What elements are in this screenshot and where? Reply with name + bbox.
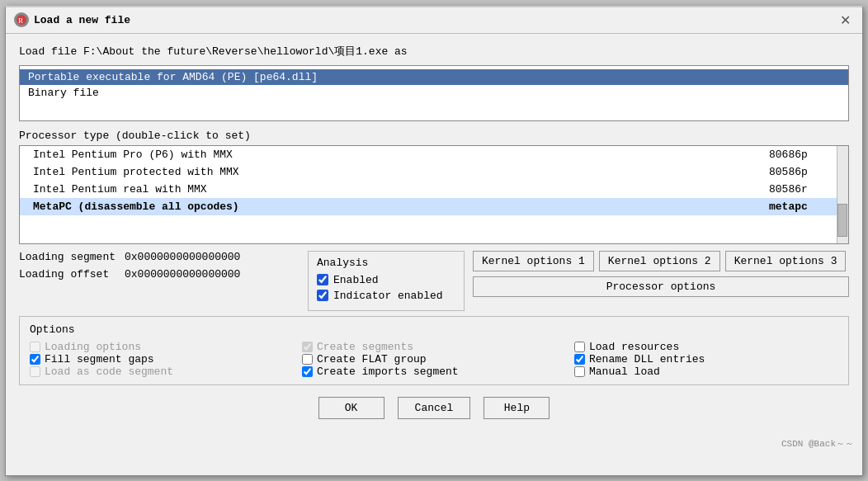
option-fill-segment-gaps-checkbox[interactable] — [30, 354, 40, 365]
options-grid: Loading options Fill segment gaps Load a… — [30, 341, 838, 378]
option-fill-segment-gaps: Fill segment gaps — [30, 353, 294, 365]
options-title: Options — [30, 323, 838, 336]
proc-name-1: Intel Pentium protected with MMX — [33, 166, 769, 178]
option-rename-dll: Rename DLL entries — [574, 353, 838, 365]
cancel-button[interactable]: Cancel — [398, 397, 471, 419]
option-create-imports-checkbox[interactable] — [302, 366, 313, 377]
analysis-title: Analysis — [317, 257, 455, 269]
analysis-indicator-row: Indicator enabled — [317, 290, 455, 302]
analysis-enabled-row: Enabled — [317, 274, 455, 286]
loading-segment-row: Loading segment 0x0000000000000000 — [19, 251, 300, 263]
loading-offset-row: Loading offset 0x0000000000000000 — [19, 268, 300, 281]
proc-row-0[interactable]: Intel Pentium Pro (P6) with MMX 80686p — [20, 146, 848, 163]
option-loading-options-label: Loading options — [45, 341, 141, 353]
analysis-indicator-checkbox[interactable] — [317, 290, 328, 301]
proc-row-3[interactable]: MetaPC (disassemble all opcodes) metapc — [20, 198, 848, 215]
right-col: Kernel options 1 Kernel options 2 Kernel… — [473, 251, 849, 311]
options-col3: Load resources Rename DLL entries Manual… — [574, 341, 838, 378]
file-type-item-1[interactable]: Binary file — [20, 85, 848, 101]
option-create-flat-group-checkbox[interactable] — [302, 354, 313, 365]
proc-row-2[interactable]: Intel Pentium real with MMX 80586r — [20, 181, 848, 198]
proc-code-3: metapc — [769, 200, 835, 213]
title-bar-left: R Load a new file — [14, 12, 130, 27]
option-manual-load: Manual load — [574, 365, 838, 378]
help-button[interactable]: Help — [484, 397, 550, 419]
option-fill-segment-gaps-label: Fill segment gaps — [45, 353, 154, 365]
proc-name-0: Intel Pentium Pro (P6) with MMX — [33, 149, 769, 161]
dialog-body: Load file F:\About the future\Reverse\he… — [6, 34, 862, 437]
load-file-dialog: R Load a new file ✕ Load file F:\About t… — [5, 6, 863, 476]
options-col2: Create segments Create FLAT group Create… — [302, 341, 566, 378]
watermark: CSDN @Back～～ — [6, 437, 862, 453]
processor-list-inner: Intel Pentium Pro (P6) with MMX 80686p I… — [20, 146, 848, 215]
svg-text:R: R — [18, 17, 23, 25]
file-type-list[interactable]: Portable executable for AMD64 (PE) [pe64… — [19, 65, 849, 121]
analysis-enabled-label: Enabled — [333, 274, 379, 286]
left-col: Loading segment 0x0000000000000000 Loadi… — [19, 251, 300, 311]
kernel-options-3-button[interactable]: Kernel options 3 — [725, 251, 847, 271]
option-load-as-code-checkbox[interactable] — [30, 366, 40, 377]
analysis-box: Analysis Enabled Indicator enabled — [308, 251, 465, 311]
loading-segment-label: Loading segment — [19, 251, 118, 263]
option-create-segments-checkbox[interactable] — [302, 342, 313, 352]
loading-offset-label: Loading offset — [19, 268, 118, 281]
proc-code-2: 80586r — [769, 183, 835, 196]
title-bar: R Load a new file ✕ — [6, 7, 862, 34]
option-create-imports-label: Create imports segment — [317, 365, 459, 378]
dialog-title: Load a new file — [34, 14, 130, 26]
app-icon: R — [14, 12, 29, 27]
option-manual-load-checkbox[interactable] — [574, 366, 585, 377]
option-create-imports: Create imports segment — [302, 365, 566, 378]
option-create-segments-label: Create segments — [317, 341, 413, 353]
options-box: Options Loading options Fill segment gap… — [19, 316, 849, 385]
bottom-section: Loading segment 0x0000000000000000 Loadi… — [19, 251, 849, 311]
proc-code-1: 80586p — [769, 166, 835, 178]
middle-col: Analysis Enabled Indicator enabled — [308, 251, 465, 311]
option-create-segments: Create segments — [302, 341, 566, 353]
option-rename-dll-label: Rename DLL entries — [589, 353, 705, 365]
ok-button[interactable]: OK — [318, 397, 384, 419]
scrollbar-track — [837, 146, 848, 243]
file-type-item-0[interactable]: Portable executable for AMD64 (PE) [pe64… — [20, 69, 848, 85]
option-create-flat-group: Create FLAT group — [302, 353, 566, 365]
option-load-resources-label: Load resources — [589, 341, 679, 353]
option-loading-options-checkbox[interactable] — [30, 342, 40, 352]
option-load-as-code-label: Load as code segment — [45, 365, 173, 378]
option-manual-load-label: Manual load — [589, 365, 660, 378]
loading-segment-value: 0x0000000000000000 — [125, 251, 240, 263]
loading-offset-value: 0x0000000000000000 — [125, 268, 240, 281]
scrollbar-thumb[interactable] — [837, 204, 847, 237]
close-button[interactable]: ✕ — [837, 12, 854, 28]
kernel-options-2-button[interactable]: Kernel options 2 — [599, 251, 720, 271]
analysis-enabled-checkbox[interactable] — [317, 274, 328, 285]
option-loading-options: Loading options — [30, 341, 294, 353]
kernel-row: Kernel options 1 Kernel options 2 Kernel… — [473, 251, 849, 271]
proc-code-0: 80686p — [769, 149, 835, 161]
kernel-options-1-button[interactable]: Kernel options 1 — [473, 251, 594, 271]
option-load-resources-checkbox[interactable] — [574, 342, 585, 352]
proc-name-3: MetaPC (disassemble all opcodes) — [33, 200, 769, 213]
processor-type-label: Processor type (double-click to set) — [19, 130, 849, 142]
option-load-resources: Load resources — [574, 341, 838, 353]
analysis-indicator-label: Indicator enabled — [333, 290, 443, 302]
proc-row-1[interactable]: Intel Pentium protected with MMX 80586p — [20, 163, 848, 181]
option-load-as-code: Load as code segment — [30, 365, 294, 378]
processor-options-button[interactable]: Processor options — [473, 276, 849, 297]
option-rename-dll-checkbox[interactable] — [574, 354, 585, 365]
proc-name-2: Intel Pentium real with MMX — [33, 183, 769, 196]
processor-list[interactable]: Intel Pentium Pro (P6) with MMX 80686p I… — [19, 145, 849, 244]
footer-buttons: OK Cancel Help — [19, 397, 849, 427]
load-path-label: Load file F:\About the future\Reverse\he… — [19, 44, 849, 59]
option-create-flat-group-label: Create FLAT group — [317, 353, 427, 365]
options-col1: Loading options Fill segment gaps Load a… — [30, 341, 294, 378]
